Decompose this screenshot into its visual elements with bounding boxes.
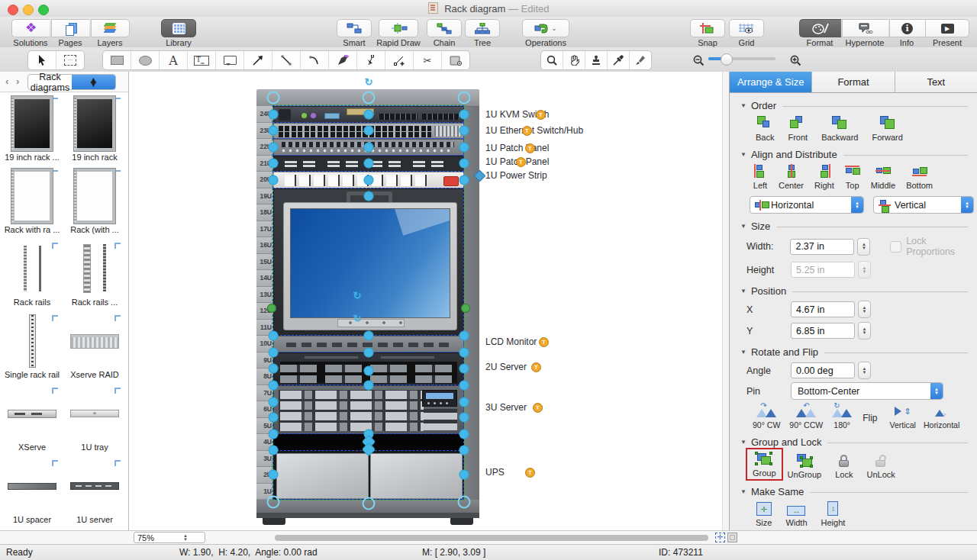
selection-handle[interactable]	[364, 366, 374, 376]
selection-handle[interactable]	[269, 348, 279, 358]
info-button[interactable]: i Info	[888, 19, 925, 47]
lock-proportions-checkbox[interactable]: Lock Proportions	[890, 236, 977, 257]
selection-handle[interactable]	[364, 110, 374, 120]
same-height-button[interactable]: ↕Height	[821, 501, 846, 527]
selection-handle[interactable]	[459, 126, 469, 136]
zoom-tool[interactable]	[541, 51, 563, 69]
width-stepper[interactable]: ▲▼	[857, 238, 870, 256]
selection-handle[interactable]	[269, 142, 279, 152]
split-tool[interactable]: ✂	[414, 51, 442, 69]
text-control-handle-icon[interactable]: T	[522, 126, 532, 136]
zoom-slider[interactable]	[708, 57, 775, 60]
callout-tool[interactable]	[216, 51, 244, 69]
pen-tool[interactable]	[329, 51, 357, 69]
shape-settings-tool[interactable]	[442, 51, 469, 69]
pan-tool[interactable]	[563, 51, 585, 69]
selection-handle[interactable]	[459, 397, 469, 407]
smart-button[interactable]: Smart	[334, 19, 374, 47]
side-midpoint-handle[interactable]	[461, 304, 470, 313]
rotate-90ccw-button[interactable]: ↶90° CCW	[789, 404, 823, 430]
flip-vertical-button[interactable]: ⇕Vertical	[890, 404, 916, 430]
selection-handle[interactable]	[459, 413, 469, 423]
text-control-handle-icon[interactable]: T	[525, 468, 535, 478]
library-item-1u-server[interactable]: 1U server	[64, 457, 125, 527]
pages-button[interactable]: Pages	[50, 19, 90, 47]
selection-handle[interactable]	[269, 126, 279, 136]
text-control-handle-icon[interactable]: T	[533, 403, 543, 413]
selection-handle[interactable]	[459, 446, 469, 455]
format-brush-tool[interactable]	[630, 51, 651, 69]
rotate-90cw-button[interactable]: ↷90° CW	[753, 404, 780, 430]
width-input[interactable]	[790, 239, 854, 255]
forward-button[interactable]: Forward	[872, 115, 902, 142]
chain-button[interactable]: Chain	[424, 19, 464, 47]
hypernote-button[interactable]: Hypernote	[841, 19, 888, 47]
selection-handle[interactable]	[269, 175, 279, 185]
library-item-1u-spacer[interactable]: 1U spacer	[2, 457, 63, 527]
library-select[interactable]: Rack diagrams ▲▼	[27, 74, 116, 90]
grid-button[interactable]: Grid	[727, 19, 766, 47]
ellipse-tool[interactable]	[131, 51, 160, 69]
selection-handle[interactable]	[364, 191, 374, 201]
rotate-180-button[interactable]: ↻180°	[832, 404, 852, 430]
disclosure-triangle-icon[interactable]: ▼	[740, 223, 746, 230]
selection-handle[interactable]	[269, 364, 279, 374]
x-input[interactable]	[791, 301, 855, 317]
lock-button[interactable]: Lock	[835, 455, 853, 479]
y-input[interactable]	[791, 323, 855, 339]
selection-handle[interactable]	[269, 159, 279, 169]
tab-arrange-size[interactable]: Arrange & Size	[730, 72, 812, 92]
selection-handle[interactable]	[459, 364, 469, 374]
disclosure-triangle-icon[interactable]: ▼	[740, 349, 746, 356]
canvas-label-power-strip[interactable]: 1U Power Strip	[485, 170, 547, 181]
selection-handle[interactable]	[459, 430, 469, 439]
textblock-tool[interactable]: T‗	[188, 51, 216, 69]
zoom-in-button[interactable]	[782, 51, 809, 69]
text-control-handle-icon[interactable]: T	[525, 143, 535, 153]
library-item-xserve-raid[interactable]: Xserve RAID	[64, 312, 125, 382]
solutions-button[interactable]: ❖ Solutions	[11, 19, 50, 47]
line-tool[interactable]	[272, 51, 301, 69]
selection-handle[interactable]	[364, 126, 374, 136]
canvas-label-patch-panel-1[interactable]: T1U Patch Panel	[485, 143, 549, 153]
node-edit-tool[interactable]	[357, 51, 385, 69]
select-tool[interactable]	[28, 51, 56, 69]
library-item-rack-with-rails[interactable]: Rack with ra ...	[2, 167, 63, 237]
disclosure-triangle-icon[interactable]: ▼	[740, 102, 746, 109]
selection-handle[interactable]	[459, 110, 469, 120]
canvas-label-3u-server[interactable]: T3U Server	[485, 402, 527, 413]
rack-unit-lcd-monitor[interactable]	[273, 188, 464, 336]
library-item-rack-rails[interactable]: Rack rails	[2, 240, 63, 310]
library-item-rack-rails-labeled[interactable]: Rack rails ...	[64, 240, 125, 310]
selection-handle[interactable]	[363, 497, 376, 510]
align-right-button[interactable]: Right	[814, 164, 834, 190]
tree-button[interactable]: Tree	[463, 19, 502, 47]
zoom-mode-icon[interactable]	[727, 533, 737, 542]
pan-mode-icon[interactable]: ✛	[715, 533, 725, 542]
selection-handle[interactable]	[458, 496, 471, 509]
same-width-button[interactable]: ↔Width	[785, 502, 807, 527]
drawing-canvas[interactable]: 24U23U22U21U20U19U18U17U16U15U14U13U12U1…	[129, 72, 722, 530]
format-button[interactable]: Format	[798, 19, 841, 47]
angle-input[interactable]	[791, 362, 855, 378]
align-center-button[interactable]: Center	[779, 164, 804, 190]
canvas-label-kvm-switch[interactable]: T1U KVM Switch	[485, 109, 549, 120]
library-item-single-rack-rail[interactable]: Single rack rail	[2, 312, 63, 382]
library-button[interactable]: Library	[159, 19, 198, 47]
rack-unit-3u-server[interactable]	[273, 385, 464, 435]
library-forward-icon[interactable]: ›	[16, 76, 19, 87]
zoom-slider-knob[interactable]	[721, 53, 733, 66]
layers-button[interactable]: Layers	[90, 19, 130, 47]
library-item-1u-tray[interactable]: 1U tray	[64, 385, 125, 455]
eyedropper-tool[interactable]	[608, 51, 630, 69]
disclosure-triangle-icon[interactable]: ▼	[740, 288, 746, 294]
snap-button[interactable]: Snap	[688, 19, 727, 47]
library-back-icon[interactable]: ‹	[5, 76, 8, 87]
text-tool[interactable]: A	[160, 51, 188, 69]
front-button[interactable]: Front	[788, 115, 808, 142]
selection-handle[interactable]	[459, 470, 469, 480]
same-size-button[interactable]: ✛Size	[756, 502, 772, 527]
operations-button[interactable]: ⌄ Operations	[521, 19, 571, 47]
align-middle-button[interactable]: Middle	[871, 164, 895, 190]
selection-handle[interactable]	[269, 470, 279, 480]
